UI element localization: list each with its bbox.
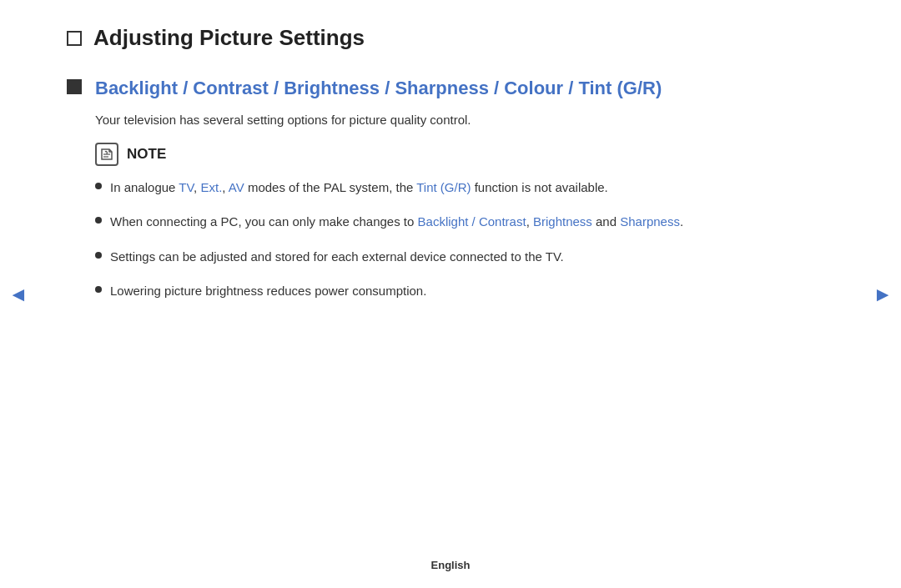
page-container: Adjusting Picture Settings Backlight / C…	[0, 0, 901, 588]
bullet-text-3: Settings can be adjusted and stored for …	[110, 247, 564, 266]
nav-arrow-right[interactable]: ►	[873, 283, 893, 306]
main-section: Backlight / Contrast / Brightness / Shar…	[67, 76, 834, 315]
page-title: Adjusting Picture Settings	[93, 25, 365, 51]
bullet-list: In analogue TV, Ext., AV modes of the PA…	[95, 178, 834, 315]
note-box: NOTE In analogue TV, Ext., AV modes of t…	[95, 143, 834, 315]
bullet-text-4: Lowering picture brightness reduces powe…	[110, 281, 426, 300]
section-bullet-icon	[67, 79, 82, 94]
section-heading: Backlight / Contrast / Brightness / Shar…	[95, 76, 834, 101]
nav-arrow-left[interactable]: ◄	[8, 283, 28, 306]
bullet-text-1: In analogue TV, Ext., AV modes of the PA…	[110, 178, 608, 197]
link-av: AV	[229, 180, 244, 194]
note-svg-icon	[99, 147, 114, 162]
footer-language: English	[431, 559, 471, 571]
list-item: When connecting a PC, you can only make …	[95, 212, 834, 231]
title-checkbox-icon	[67, 31, 82, 46]
link-brightness: Brightness	[533, 214, 592, 229]
link-sharpness: Sharpness	[620, 214, 680, 229]
section-description: Your television has several setting opti…	[95, 111, 834, 130]
bullet-dot-icon	[95, 286, 102, 293]
list-item: Lowering picture brightness reduces powe…	[95, 281, 834, 300]
note-label: NOTE	[127, 146, 166, 163]
link-tv: TV	[179, 180, 194, 194]
list-item: In analogue TV, Ext., AV modes of the PA…	[95, 178, 834, 197]
section-heading-text: Backlight / Contrast / Brightness / Shar…	[95, 78, 662, 98]
link-ext: Ext.	[200, 180, 222, 194]
page-title-row: Adjusting Picture Settings	[67, 25, 834, 51]
section-content: Backlight / Contrast / Brightness / Shar…	[95, 76, 834, 315]
note-icon	[95, 143, 118, 166]
link-backlight-contrast: Backlight / Contrast	[418, 214, 526, 229]
bullet-dot-icon	[95, 252, 102, 259]
note-header: NOTE	[95, 143, 834, 166]
link-tint: Tint (G/R)	[416, 180, 471, 194]
bullet-dot-icon	[95, 183, 102, 189]
list-item: Settings can be adjusted and stored for …	[95, 247, 834, 266]
bullet-text-2: When connecting a PC, you can only make …	[110, 212, 683, 231]
bullet-dot-icon	[95, 217, 102, 224]
